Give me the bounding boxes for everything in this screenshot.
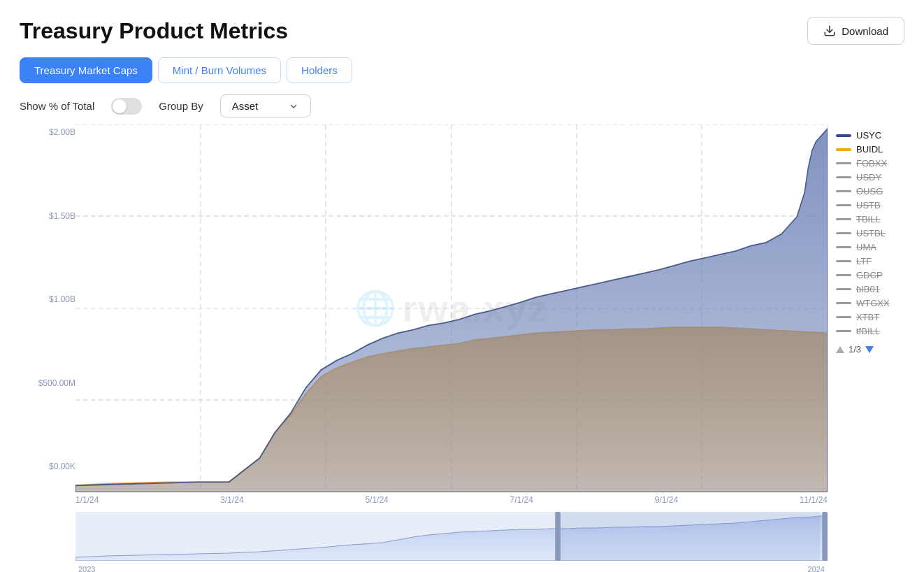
legend-label-uma: UMA: [856, 242, 876, 252]
legend-item-fobxx[interactable]: FOBXX: [836, 158, 904, 169]
download-button[interactable]: Download: [807, 17, 904, 45]
legend-color-fobxx: [836, 162, 851, 164]
svg-rect-14: [555, 512, 561, 561]
tab-holders[interactable]: Holders: [287, 57, 352, 83]
legend-label-wtgxx: WTGXX: [856, 298, 890, 308]
show-pct-label: Show % of Total: [20, 100, 94, 112]
tab-mint-burn-volumes[interactable]: Mint / Burn Volumes: [158, 57, 281, 83]
legend-page: 1/3: [849, 344, 861, 355]
legend-color-wtgxx: [836, 302, 851, 304]
x-label-5: 9/1/24: [655, 495, 678, 505]
y-label-1: $2.00B: [20, 127, 75, 137]
controls-row: Show % of Total Group By Asset: [20, 94, 904, 117]
y-label-2: $1.50B: [20, 211, 75, 221]
page-title: Treasury Product Metrics: [20, 18, 288, 44]
legend-color-uma: [836, 246, 851, 248]
legend-color-tfbill: [836, 330, 851, 332]
chevron-down-icon: [288, 101, 299, 112]
mini-chart: [75, 512, 828, 561]
legend-color-bib01: [836, 288, 851, 290]
legend-item-xtbt[interactable]: XTBT: [836, 312, 904, 322]
legend-label-usdy: USDY: [856, 172, 881, 183]
svg-rect-15: [822, 512, 828, 561]
legend-label-ustbl: USTBL: [856, 228, 886, 238]
legend-item-uma[interactable]: UMA: [836, 242, 904, 252]
svg-rect-13: [559, 512, 820, 561]
download-label: Download: [842, 25, 888, 37]
legend-label-buidl: BUIDL: [856, 144, 883, 155]
legend-prev-button[interactable]: [836, 346, 844, 353]
legend-label-fobxx: FOBXX: [856, 158, 887, 169]
legend-label-tbill: TBILL: [856, 214, 881, 224]
legend-color-tbill: [836, 218, 851, 220]
legend-item-ltf[interactable]: LTF: [836, 256, 904, 266]
legend-item-gdcp[interactable]: GDCP: [836, 270, 904, 280]
toggle-knob: [113, 99, 127, 113]
legend-label-tfbill: tfBILL: [856, 326, 880, 336]
tab-bar: Treasury Market Caps Mint / Burn Volumes…: [20, 57, 904, 83]
legend-color-ltf: [836, 260, 851, 262]
main-chart-section: $2.00B $1.50B $1.00B $500.00M $0.00K 🌐 r…: [20, 124, 828, 561]
legend-item-wtgxx[interactable]: WTGXX: [836, 298, 904, 308]
legend-color-gdcp: [836, 274, 851, 276]
legend-label-xtbt: XTBT: [856, 312, 879, 322]
group-by-label: Group By: [159, 100, 203, 112]
mini-x-label-2023: 2023: [78, 565, 95, 572]
legend-label-usyc: USYC: [856, 130, 881, 141]
legend-item-ustbl[interactable]: USTBL: [836, 228, 904, 238]
x-axis: 1/1/24 3/1/24 5/1/24 7/1/24 9/1/24 11/1/…: [75, 495, 828, 505]
legend-label-bib01: bIB01: [856, 284, 880, 294]
legend-color-xtbt: [836, 316, 851, 318]
y-label-4: $500.00M: [20, 378, 75, 388]
mini-x-label-2024: 2024: [808, 565, 825, 572]
legend-item-tfbill[interactable]: tfBILL: [836, 326, 904, 336]
group-by-select[interactable]: Asset: [220, 94, 311, 117]
x-label-3: 5/1/24: [365, 495, 388, 505]
legend-item-ustb[interactable]: USTB: [836, 200, 904, 210]
group-by-value: Asset: [232, 100, 259, 112]
x-label-1: 1/1/24: [75, 495, 99, 505]
tab-treasury-market-caps[interactable]: Treasury Market Caps: [20, 57, 152, 83]
legend-pagination: 1/3: [836, 344, 904, 355]
x-label-4: 7/1/24: [510, 495, 533, 505]
legend-color-ustb: [836, 204, 851, 206]
legend-color-ustbl: [836, 232, 851, 234]
mini-chart-svg[interactable]: 2023 2024: [75, 512, 828, 561]
legend-item-ousg[interactable]: OUSG: [836, 186, 904, 196]
x-label-2: 3/1/24: [220, 495, 243, 505]
legend-color-ousg: [836, 190, 851, 192]
y-axis: $2.00B $1.50B $1.00B $500.00M $0.00K: [20, 124, 75, 492]
show-pct-toggle[interactable]: [111, 98, 142, 115]
legend-label-ltf: LTF: [856, 256, 872, 266]
legend-section: USYCBUIDLFOBXXUSDYOUSGUSTBTBILLUSTBLUMAL…: [828, 124, 904, 561]
legend-color-usdy: [836, 176, 851, 178]
mini-chart-row: 2023 2024: [20, 512, 828, 561]
y-label-3: $1.00B: [20, 294, 75, 304]
legend-item-usdy[interactable]: USDY: [836, 172, 904, 183]
legend-label-gdcp: GDCP: [856, 270, 883, 280]
legend-color-buidl: [836, 148, 851, 151]
main-chart-svg-wrap: 🌐 rwa.xyz: [75, 124, 828, 492]
legend-item-tbill[interactable]: TBILL: [836, 214, 904, 224]
legend-color-usyc: [836, 134, 851, 137]
legend-item-bib01[interactable]: bIB01: [836, 284, 904, 294]
x-label-6: 11/1/24: [800, 495, 828, 505]
legend-next-button[interactable]: [865, 346, 874, 353]
y-label-5: $0.00K: [20, 462, 75, 471]
legend-label-ustb: USTB: [856, 200, 881, 210]
legend-label-ousg: OUSG: [856, 186, 883, 196]
area-chart: [75, 124, 828, 492]
download-icon: [823, 24, 836, 37]
legend-items: USYCBUIDLFOBXXUSDYOUSGUSTBTBILLUSTBLUMAL…: [836, 130, 904, 340]
chart-area: $2.00B $1.50B $1.00B $500.00M $0.00K 🌐 r…: [20, 124, 904, 561]
legend-item-usyc[interactable]: USYC: [836, 130, 904, 141]
chart-with-yaxis: $2.00B $1.50B $1.00B $500.00M $0.00K 🌐 r…: [20, 124, 828, 492]
legend-item-buidl[interactable]: BUIDL: [836, 144, 904, 155]
